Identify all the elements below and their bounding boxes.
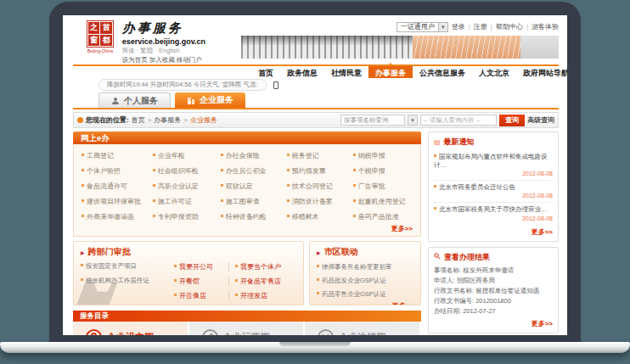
site-url: eservice.beijing.gov.cn (122, 37, 241, 46)
city-district-link[interactable]: 律师事务所名称变更初审 (317, 263, 413, 272)
eban-link[interactable]: 个税申报 (353, 166, 413, 176)
mobile-icon[interactable] (273, 81, 278, 89)
eban-link[interactable]: 专利申报资助 (153, 212, 221, 221)
eban-link[interactable]: 技术合同登记 (287, 182, 353, 191)
city-district-link[interactable]: 药品批发企业GSP认证 (317, 277, 413, 285)
building-banner-image (241, 36, 559, 59)
catalog-label: 企业注销期 (339, 331, 385, 336)
eban-link[interactable]: 起重机使用登记 (353, 197, 413, 206)
eban-panel-body: 工商登记 企业年检 办社会保险 税务登记 纳税申报 个体户验照 社会组织年检 办… (73, 144, 421, 237)
eban-link[interactable]: 企业年检 (153, 151, 221, 160)
catalog-item-cancellation-phase[interactable]: 企业注销期 (305, 322, 421, 335)
screen: 之 首 窗 都 Beijing-China 办事服务 eservice.beij… (63, 15, 567, 335)
nav-item-public-info[interactable]: 公共信息服务 (413, 66, 472, 78)
edit-icon (202, 329, 218, 336)
arrow-icon: ▶ (317, 249, 321, 255)
cross-dept-link[interactable]: 投资固定资产项目 (81, 262, 174, 271)
eban-link[interactable]: 施工图审查 (221, 197, 287, 206)
cross-dept-red-link[interactable]: 我要开公司 (174, 262, 229, 272)
service-catalog: 服务目录 企业设立期 (73, 311, 421, 335)
quick-links[interactable]: 设为首页 加入收藏 移动门户 (122, 56, 241, 64)
nav-item-gov-site-nav[interactable]: 政府网站导航 (516, 66, 567, 78)
info-strip: 降旗时间19:44 升旗时间04:56 今日天气: 雷阵雨 气温: (73, 79, 559, 91)
eban-link[interactable]: 高新企业认定 (153, 182, 221, 191)
eban-link[interactable]: 施工许可证 (153, 197, 221, 206)
eban-link[interactable]: 个体户验照 (82, 166, 153, 176)
close-circle-icon (318, 329, 334, 336)
search-category-select[interactable]: 按事项名称查询 (340, 115, 405, 126)
eban-link[interactable]: 双软认定 (221, 182, 287, 191)
language-links[interactable]: 简体 · 繁體 · English (122, 47, 241, 55)
results-more-link[interactable]: 更多>> (434, 319, 553, 328)
eban-link[interactable]: 兽药产品批准 (353, 212, 413, 221)
chevron-down-icon[interactable]: ▾ (408, 115, 418, 126)
help-center-link[interactable]: 帮助中心 (496, 22, 523, 31)
eban-more-link[interactable]: 更多>> (82, 224, 413, 233)
cross-dept-box: ▶ 跨部门审批 投资固定资产项目 驻京机构办工作居住证 我要开公司 (73, 241, 304, 305)
catalog-label: 企业运营期 (223, 331, 270, 336)
catalog-item-operation-phase[interactable]: 企业运营期 (189, 322, 306, 335)
user-type-select[interactable]: 一证通用户 ▾ (397, 22, 448, 32)
cross-dept-red-link[interactable]: 开音像店 (174, 291, 229, 300)
eban-link[interactable]: 外商来华邀请函 (82, 212, 153, 221)
catalog-item-setup-phase[interactable]: 企业设立期 (73, 322, 189, 335)
cross-dept-red-link[interactable]: 我要当个体户 (235, 262, 296, 272)
tab-personal-services[interactable]: 个人服务 (98, 92, 171, 108)
eban-link[interactable]: 工商登记 (82, 151, 153, 160)
register-link[interactable]: 注册 (474, 22, 487, 31)
list-icon: ▤ (434, 139, 441, 146)
beijing-china-logo[interactable]: 之 首 窗 都 Beijing-China (85, 20, 115, 63)
eban-link[interactable]: 广告审批 (353, 182, 413, 191)
cross-dept-right: 我要开公司 我要当个体户 开餐馆 开食品零售店 开音像店 开理发店 (174, 262, 296, 300)
city-district-link[interactable]: 药品零售企业GSP认证 (317, 290, 413, 299)
eban-link[interactable]: 消防设计备案 (287, 197, 353, 206)
arrow-icon: ▶ (81, 249, 85, 255)
eban-link[interactable]: 办住房公积金 (221, 166, 287, 176)
seal-char: 都 (100, 35, 112, 47)
nav-item-public-opinion[interactable]: 社情民意 (324, 66, 368, 78)
search-input[interactable] (420, 115, 497, 126)
eban-link[interactable]: 办社会保险 (221, 151, 287, 160)
cross-dept-link[interactable]: 驻京机构办工作居住证 (81, 277, 174, 285)
tab-enterprise-services[interactable]: 企业服务 (175, 92, 245, 108)
laptop-frame: 之 首 窗 都 Beijing-China 办事服务 eservice.beij… (49, 2, 581, 342)
notice-item[interactable]: 北京市国家税务局关于尽快办理营业… 2012-08-08 (434, 203, 553, 224)
catalog-label: 企业设立期 (107, 331, 154, 336)
eban-link[interactable]: 社会组织年检 (153, 166, 221, 176)
eban-link[interactable]: 纳税申报 (353, 151, 413, 160)
search-button[interactable]: 查询 (499, 115, 525, 126)
nav-item-eservice[interactable]: 办事服务 (368, 66, 413, 78)
city-district-more-link[interactable]: 更多>> (317, 301, 413, 305)
breadcrumb-home[interactable]: 首页 (132, 115, 145, 125)
login-link[interactable]: 登录 (452, 22, 465, 31)
advanced-search-link[interactable]: 高级查询 (527, 115, 554, 125)
cross-dept-left: 投资固定资产项目 驻京机构办工作居住证 (81, 262, 174, 300)
cross-dept-red-link[interactable]: 开餐馆 (174, 277, 229, 286)
notice-item[interactable]: 国家规划布局内重点软件和集成电路设计… 2012-08-08 (434, 150, 553, 181)
results-title: 查看办理结果 (434, 252, 553, 263)
notice-item[interactable]: 北京市商务委员会迁址公告 2012-08-08 (434, 181, 553, 203)
banner-gray-section (241, 36, 413, 59)
eban-link[interactable]: 建设项目环保审批 (82, 197, 153, 206)
cross-dept-red-link[interactable]: 开食品零售店 (235, 277, 296, 286)
cross-dept-red-link[interactable]: 开理发店 (235, 291, 296, 300)
main-content: 网上e办 工商登记 企业年检 办社会保险 税务登记 纳税申报 个体户验照 社会组… (73, 132, 559, 335)
notices-more-link[interactable]: 更多>> (434, 227, 553, 237)
nav-item-home[interactable]: 首页 (251, 66, 280, 78)
guest-experience-link[interactable]: 游客体验 (532, 22, 559, 31)
eban-link[interactable]: 税务登记 (287, 151, 353, 160)
eban-link[interactable]: 预约领发票 (287, 166, 353, 176)
eban-link[interactable]: 移植树木 (287, 212, 353, 221)
breadcrumb-eservice[interactable]: 办事服务 (154, 115, 181, 125)
flag-weather-info: 降旗时间19:44 升旗时间04:56 今日天气: 雷阵雨 气温: (98, 79, 267, 91)
nav-item-gov-info[interactable]: 政务信息 (280, 66, 324, 78)
eban-link[interactable]: 特种设备约检 (221, 212, 287, 221)
notice-date: 2012-08-08 (434, 193, 553, 199)
eban-link[interactable]: 食品流通许可 (82, 182, 153, 191)
person-icon (111, 97, 120, 105)
city-district-title: ▶ 市区联动 (317, 246, 413, 258)
seal-char: 之 (88, 22, 100, 34)
breadcrumb-current: 企业服务 (190, 115, 217, 125)
service-tabs: 个人服务 企业服务 (73, 92, 559, 109)
nav-item-humanistic-beijing[interactable]: 人文北京 (472, 66, 516, 78)
